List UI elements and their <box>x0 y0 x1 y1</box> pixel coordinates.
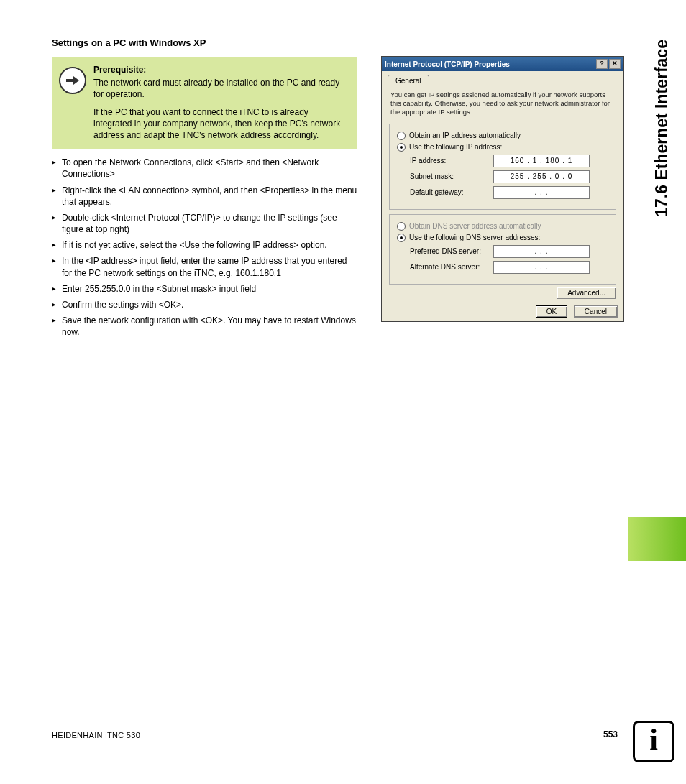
note-paragraph: If the PC that you want to connect the i… <box>93 106 349 142</box>
subnet-mask-input[interactable]: 255 . 255 . 0 . 0 <box>493 170 590 183</box>
alternate-dns-input[interactable]: . . . <box>493 261 590 274</box>
default-gateway-row: Default gateway: . . . <box>410 186 608 199</box>
page-number: 553 <box>603 729 618 739</box>
dialog-title: Internet Protocol (TCP/IP) Properties <box>385 60 510 68</box>
list-item: Enter 255.255.0.0 in the <Subnet mask> i… <box>52 283 357 295</box>
ip-address-input[interactable]: 160 . 1 . 180 . 1 <box>493 155 590 167</box>
radio-label: Obtain DNS server address automatically <box>409 222 541 230</box>
radio-label: Use the following DNS server addresses: <box>409 234 540 241</box>
content-column: Settings on a PC with Windows XP Prerequ… <box>52 37 357 343</box>
advanced-row: Advanced... <box>388 289 616 297</box>
preferred-dns-row: Preferred DNS server: . . . <box>410 245 608 258</box>
cancel-button[interactable]: Cancel <box>574 305 618 318</box>
tab-strip: General <box>388 74 618 86</box>
field-label: Preferred DNS server: <box>410 247 489 255</box>
list-item: Right-click the <LAN connection> symbol,… <box>52 185 357 208</box>
dialog-intro-text: You can get IP settings assigned automat… <box>390 91 615 116</box>
field-label: Subnet mask: <box>410 172 489 180</box>
tab-general[interactable]: General <box>388 75 429 86</box>
radio-icon <box>397 132 406 140</box>
ip-address-row: IP address: 160 . 1 . 180 . 1 <box>410 155 608 167</box>
titlebar-buttons: ? ✕ <box>596 59 621 69</box>
radio-icon <box>397 222 406 231</box>
steps-list: To open the Network Connections, click <… <box>52 157 357 338</box>
field-label: IP address: <box>410 157 489 165</box>
tcpip-properties-dialog: Internet Protocol (TCP/IP) Properties ? … <box>381 56 624 322</box>
dns-group: Obtain DNS server address automatically … <box>389 214 616 285</box>
list-item: If it is not yet active, select the <Use… <box>52 239 357 251</box>
prerequisite-note: Prerequisite: The network card must alre… <box>52 57 357 149</box>
radio-obtain-ip-auto[interactable]: Obtain an IP address automatically <box>397 132 608 140</box>
close-icon[interactable]: ✕ <box>609 59 621 69</box>
list-item: Save the network configuration with <OK>… <box>52 315 357 338</box>
dialog-footer: OK Cancel <box>388 303 618 315</box>
note-title: Prerequisite: <box>93 64 349 75</box>
preferred-dns-input[interactable]: . . . <box>493 245 590 258</box>
radio-icon <box>397 143 406 152</box>
advanced-button[interactable]: Advanced... <box>557 287 616 299</box>
info-icon: i <box>633 721 674 762</box>
note-paragraph: The network card must already be install… <box>93 77 349 100</box>
page-heading: Settings on a PC with Windows XP <box>52 37 357 48</box>
radio-icon <box>397 234 406 242</box>
radio-obtain-dns-auto: Obtain DNS server address automatically <box>397 222 608 231</box>
field-label: Alternate DNS server: <box>410 263 489 271</box>
default-gateway-input[interactable]: . . . <box>493 186 590 199</box>
document-page: 17.6 Ethernet Interface Settings on a PC… <box>0 0 686 784</box>
list-item: To open the Network Connections, click <… <box>52 157 357 180</box>
ok-button[interactable]: OK <box>536 305 567 318</box>
radio-use-following-ip[interactable]: Use the following IP address: <box>397 143 608 152</box>
list-item: In the <IP address> input field, enter t… <box>52 255 357 278</box>
footer-product: HEIDENHAIN iTNC 530 <box>52 731 140 739</box>
dialog-body: General You can get IP settings assigned… <box>382 71 623 321</box>
side-color-tab <box>628 517 686 561</box>
arrow-right-icon <box>59 67 86 94</box>
field-label: Default gateway: <box>410 188 489 196</box>
dialog-titlebar: Internet Protocol (TCP/IP) Properties ? … <box>382 57 623 71</box>
help-icon[interactable]: ? <box>596 59 608 69</box>
ip-group: Obtain an IP address automatically Use t… <box>389 124 616 210</box>
radio-label: Use the following IP address: <box>409 143 502 151</box>
subnet-mask-row: Subnet mask: 255 . 255 . 0 . 0 <box>410 170 608 183</box>
list-item: Confirm the settings with <OK>. <box>52 299 357 310</box>
section-side-title: 17.6 Ethernet Interface <box>652 40 672 217</box>
alternate-dns-row: Alternate DNS server: . . . <box>410 261 608 274</box>
list-item: Double-click <Internet Protocol (TCP/IP)… <box>52 212 357 235</box>
radio-label: Obtain an IP address automatically <box>409 132 521 139</box>
radio-use-following-dns[interactable]: Use the following DNS server addresses: <box>397 234 608 242</box>
